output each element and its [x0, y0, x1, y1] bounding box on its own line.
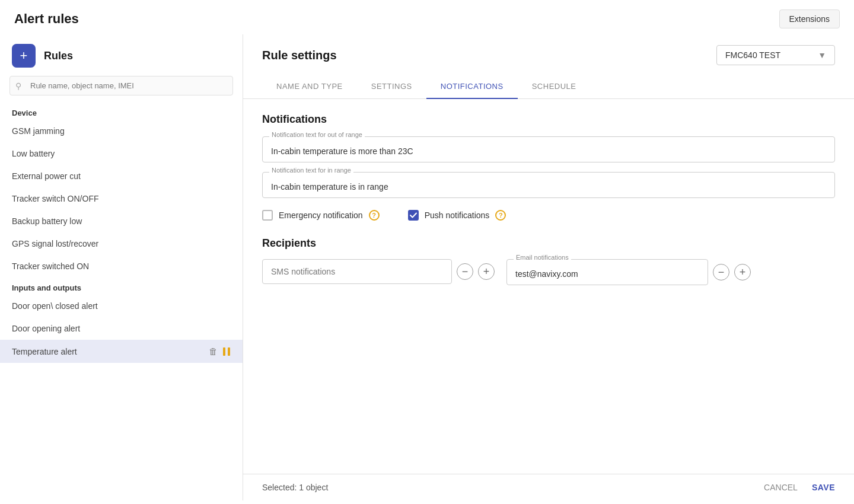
- save-button[interactable]: SAVE: [812, 483, 835, 492]
- rule-item-temperature[interactable]: Temperature alert 🗑: [0, 340, 243, 363]
- email-label: Email notifications: [514, 254, 571, 261]
- plus-icon: +: [20, 49, 28, 62]
- checkboxes-row: Emergency notification ? Push notificati…: [262, 210, 835, 221]
- extensions-button[interactable]: Extensions: [779, 9, 840, 28]
- rule-item-tracker-switch[interactable]: Tracker switch ON/OFF: [0, 187, 243, 210]
- search-input[interactable]: [9, 76, 233, 95]
- bottom-actions: CANCEL SAVE: [764, 483, 835, 492]
- rule-item-gsm-jamming[interactable]: GSM jamming: [0, 120, 243, 142]
- chevron-down-icon: ▼: [818, 50, 826, 60]
- push-checkbox[interactable]: [408, 210, 419, 221]
- io-section-label: Inputs and outputs: [0, 277, 243, 295]
- tab-notifications[interactable]: NOTIFICATIONS: [426, 75, 518, 99]
- in-range-label: Notification text for in range: [269, 167, 353, 174]
- out-of-range-group: Notification text for out of range: [262, 136, 835, 162]
- rule-item-external-power-cut[interactable]: External power cut: [0, 165, 243, 187]
- rules-panel-title: Rules: [44, 50, 73, 62]
- page-title: Alert rules: [14, 11, 79, 27]
- device-dropdown[interactable]: FMC640 TEST ▼: [716, 45, 835, 65]
- rule-item-temperature-label: Temperature alert: [12, 347, 77, 356]
- tab-schedule[interactable]: SCHEDULE: [518, 75, 591, 99]
- out-of-range-input[interactable]: [262, 136, 835, 162]
- out-of-range-label: Notification text for out of range: [269, 131, 365, 138]
- rule-settings-title: Rule settings: [262, 49, 337, 62]
- in-range-input[interactable]: [262, 172, 835, 198]
- rule-item-tracker-on[interactable]: Tracker switched ON: [0, 255, 243, 277]
- tab-name-and-type[interactable]: NAME AND TYPE: [262, 75, 357, 99]
- cancel-button[interactable]: CANCEL: [764, 483, 798, 492]
- in-range-group: Notification text for in range: [262, 172, 835, 198]
- device-section-label: Device: [0, 103, 243, 120]
- emergency-notification-item: Emergency notification ?: [262, 210, 380, 221]
- sms-remove-button[interactable]: −: [457, 263, 473, 280]
- selected-info: Selected: 1 object: [262, 483, 328, 492]
- device-dropdown-value: FMC640 TEST: [725, 50, 780, 60]
- push-label: Push notifications: [425, 210, 490, 220]
- push-help-icon[interactable]: ?: [495, 210, 506, 221]
- recipients-section: Recipients − + Email notifications − +: [262, 237, 835, 285]
- rules-list: Device GSM jamming Low battery External …: [0, 103, 243, 500]
- search-icon: ⚲: [15, 81, 21, 91]
- email-remove-button[interactable]: −: [713, 264, 729, 280]
- right-panel: Rule settings FMC640 TEST ▼ NAME AND TYP…: [243, 34, 854, 500]
- notifications-heading: Notifications: [262, 113, 835, 126]
- sms-add-button[interactable]: +: [478, 263, 495, 280]
- emergency-label: Emergency notification: [279, 210, 363, 220]
- email-input[interactable]: [506, 259, 708, 285]
- rule-item-door-closed[interactable]: Door open\ closed alert: [0, 295, 243, 317]
- emergency-help-icon[interactable]: ?: [369, 210, 380, 221]
- bottom-bar: Selected: 1 object CANCEL SAVE: [243, 474, 854, 500]
- sms-input[interactable]: [262, 259, 452, 284]
- delete-rule-icon[interactable]: 🗑: [209, 346, 218, 356]
- right-content: Notifications Notification text for out …: [243, 99, 854, 474]
- tabs: NAME AND TYPE SETTINGS NOTIFICATIONS SCH…: [243, 75, 854, 99]
- email-add-button[interactable]: +: [734, 264, 751, 280]
- email-field-group: Email notifications − +: [506, 259, 751, 285]
- pause-rule-icon[interactable]: [222, 347, 231, 356]
- push-notifications-item: Push notifications ?: [408, 210, 506, 221]
- rule-item-door-opening[interactable]: Door opening alert: [0, 317, 243, 340]
- add-rule-button[interactable]: +: [12, 44, 36, 68]
- rule-item-gps-signal[interactable]: GPS signal lost/recover: [0, 232, 243, 255]
- sms-field-group: − +: [262, 259, 495, 284]
- tab-settings[interactable]: SETTINGS: [357, 75, 426, 99]
- left-panel: + Rules ⚲ Device GSM jamming Low battery…: [0, 34, 243, 500]
- rule-item-backup-battery[interactable]: Backup battery low: [0, 210, 243, 232]
- recipients-heading: Recipients: [262, 237, 835, 250]
- recipients-row: − + Email notifications − +: [262, 259, 835, 285]
- emergency-checkbox[interactable]: [262, 210, 273, 221]
- rule-item-low-battery[interactable]: Low battery: [0, 142, 243, 165]
